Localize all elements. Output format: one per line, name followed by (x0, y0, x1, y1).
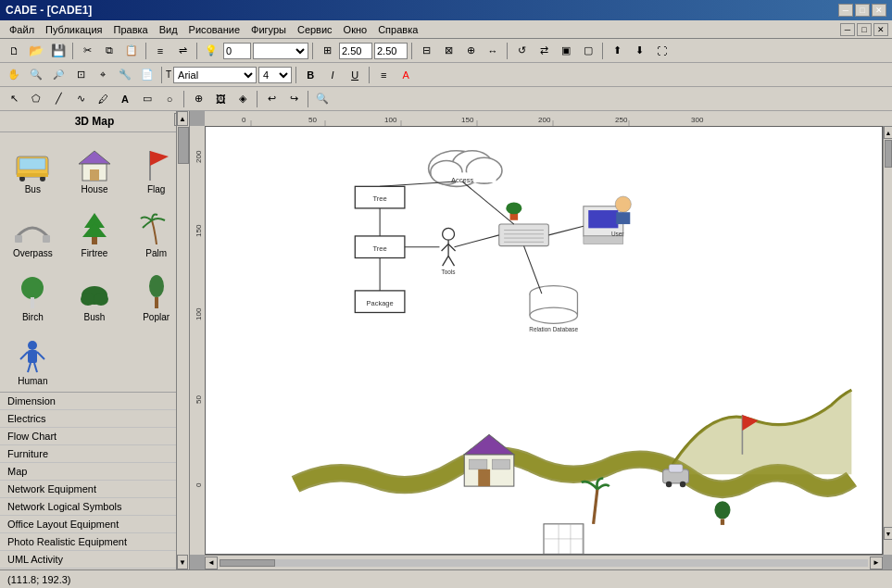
maximize-button[interactable]: □ (855, 4, 870, 17)
category-network-logical[interactable]: Network Logical Symbols (0, 498, 189, 516)
category-office-layout[interactable]: Office Layout Equipment (0, 516, 189, 533)
mirror-btn[interactable]: ⇄ (534, 42, 554, 60)
snap-btn[interactable]: ⊕ (460, 42, 481, 60)
menu-shapes[interactable]: Фигуры (245, 22, 292, 37)
curve-btn[interactable]: ∿ (70, 90, 91, 108)
category-flowchart[interactable]: Flow Chart (0, 428, 189, 445)
ungroup-btn[interactable]: ▢ (578, 42, 598, 60)
scroll-thumb[interactable] (178, 127, 189, 164)
h-scrollbar: ◄ ► (205, 555, 883, 569)
paste-btn[interactable]: 📋 (121, 42, 142, 60)
menu-publish[interactable]: Публикация (40, 22, 107, 37)
menu-service[interactable]: Сервис (292, 22, 338, 37)
bold-btn[interactable]: B (300, 66, 320, 84)
align-btn[interactable]: ≡ (150, 42, 170, 60)
width2-input[interactable]: 2.50 (374, 43, 408, 59)
cut-btn[interactable]: ✂ (77, 42, 97, 60)
minimize-button[interactable]: ─ (838, 4, 853, 17)
map-tree (714, 501, 730, 519)
circle-btn[interactable]: ○ (159, 90, 180, 108)
font-size-select[interactable]: 4 (258, 67, 292, 83)
rotate-btn[interactable]: ↺ (511, 42, 532, 60)
symbol-bus[interactable]: Bus (4, 136, 62, 196)
hand-btn[interactable]: ✋ (4, 66, 24, 84)
child-close-btn[interactable]: ✕ (873, 23, 888, 36)
menu-window[interactable]: Окно (338, 22, 373, 37)
redo-btn[interactable]: ↪ (283, 90, 304, 108)
light-btn[interactable]: 💡 (201, 42, 221, 60)
text-color-btn[interactable]: A (396, 66, 416, 84)
menu-edit[interactable]: Правка (108, 22, 154, 37)
zoom-pct-btn[interactable]: 🔍 (312, 90, 333, 108)
symbol-house[interactable]: House (66, 136, 124, 196)
hscroll-right[interactable]: ► (870, 557, 883, 569)
menu-view[interactable]: Вид (154, 22, 183, 37)
symbol-bush[interactable]: Bush (66, 264, 124, 324)
category-network-equipment[interactable]: Network Equipment (0, 481, 189, 498)
menu-file[interactable]: Файл (4, 22, 40, 37)
menu-help[interactable]: Справка (372, 22, 423, 37)
new-btn[interactable]: 🗋 (4, 42, 24, 60)
insert-btn[interactable]: ⊕ (188, 90, 208, 108)
select-btn[interactable]: ↖ (4, 90, 24, 108)
right-scrollbar[interactable]: ▲ ▼ (883, 126, 892, 555)
fit-btn[interactable]: ⊡ (70, 66, 91, 84)
order2-btn[interactable]: ⬇ (629, 42, 649, 60)
category-electrics[interactable]: Electrics (0, 410, 189, 428)
symbol-scrollbar[interactable]: ▲ ▼ (176, 111, 189, 569)
category-uml-activity[interactable]: UML Activity (0, 551, 189, 569)
save-btn[interactable]: 💾 (48, 42, 69, 60)
category-map[interactable]: Map (0, 463, 189, 481)
child-max-btn[interactable]: □ (857, 23, 872, 36)
cursor-btn[interactable]: ↔ (483, 42, 503, 60)
underline-btn[interactable]: U (345, 66, 365, 84)
vscroll-down[interactable]: ▼ (884, 527, 892, 540)
hscroll-left[interactable]: ◄ (205, 557, 218, 569)
scroll-down-btn[interactable]: ▼ (177, 555, 188, 569)
category-furniture[interactable]: Furniture (0, 445, 189, 463)
hscroll-thumb[interactable] (220, 559, 275, 567)
rect-btn[interactable]: ▭ (137, 90, 157, 108)
child-min-btn[interactable]: ─ (840, 23, 855, 36)
category-dimension[interactable]: Dimension (0, 393, 189, 410)
image-btn[interactable]: 🖼 (210, 90, 231, 108)
width1-input[interactable]: 2.50 (339, 43, 372, 59)
italic-btn[interactable]: I (322, 66, 343, 84)
zoom-fit[interactable]: ⛶ (651, 42, 672, 60)
symbol-overpass[interactable]: Overpass (4, 200, 62, 260)
menu-draw[interactable]: Рисование (183, 22, 245, 37)
copy-btn[interactable]: ⧉ (99, 42, 119, 60)
color-input[interactable]: 0 (223, 43, 251, 59)
vscroll-thumb[interactable] (885, 140, 892, 168)
scroll-up-btn[interactable]: ▲ (177, 111, 188, 126)
vscroll-up[interactable]: ▲ (884, 126, 892, 139)
nav-btn[interactable]: ⌖ (93, 66, 113, 84)
page-btn[interactable]: 📄 (137, 66, 157, 84)
symbol-human[interactable]: Human (4, 328, 62, 388)
line-btn[interactable]: ╱ (48, 90, 69, 108)
align-left-btn[interactable]: ≡ (373, 66, 394, 84)
close-button[interactable]: ✕ (872, 4, 886, 17)
hscroll-track[interactable] (220, 559, 868, 567)
poly-btn[interactable]: ⬠ (26, 90, 46, 108)
grid3-btn[interactable]: ⊠ (438, 42, 459, 60)
symbol-firtree[interactable]: Firtree (66, 200, 124, 260)
grid-icon[interactable]: ⊞ (317, 42, 337, 60)
grid2-btn[interactable]: ⊟ (416, 42, 436, 60)
prop-btn[interactable]: 🔧 (115, 66, 135, 84)
text-btn[interactable]: A (115, 90, 135, 108)
symbol-birch[interactable]: Birch (4, 264, 62, 324)
zoom-out-btn[interactable]: 🔎 (48, 66, 69, 84)
open-btn[interactable]: 📂 (26, 42, 46, 60)
zoom-in-btn[interactable]: 🔍 (26, 66, 46, 84)
drawing-canvas[interactable]: Access Tree Tree Package (205, 126, 883, 555)
color-select[interactable] (253, 43, 308, 59)
order-btn[interactable]: ⬆ (607, 42, 627, 60)
align2-btn[interactable]: ⇌ (172, 42, 193, 60)
undo-btn[interactable]: ↩ (261, 90, 282, 108)
shape-btn[interactable]: ◈ (232, 90, 253, 108)
category-photo-realistic[interactable]: Photo Realistic Equipment (0, 533, 189, 551)
colorpick-btn[interactable]: 🖊 (93, 90, 113, 108)
group-btn[interactable]: ▣ (556, 42, 576, 60)
font-select[interactable]: Arial (173, 67, 257, 83)
